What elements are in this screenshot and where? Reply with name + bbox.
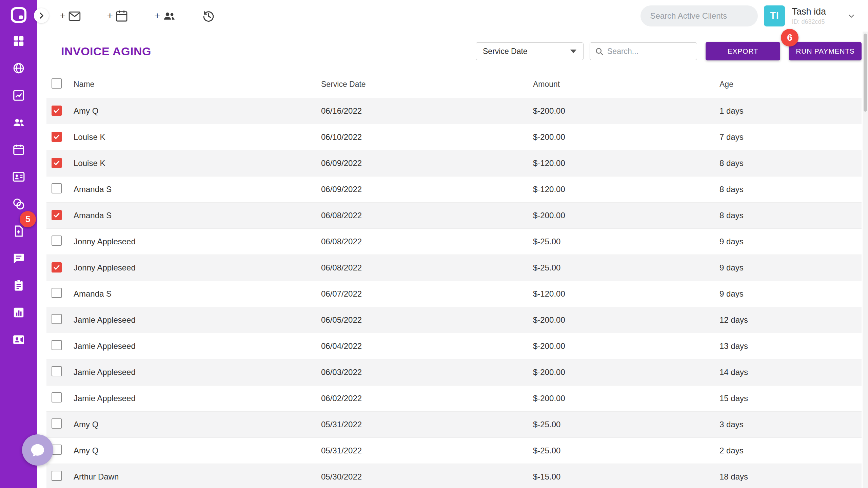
calendar-icon — [115, 9, 129, 23]
table-row: Jamie Appleseed 06/05/2022 $-200.00 12 d… — [46, 307, 862, 333]
row-service-date: 06/10/2022 — [316, 132, 528, 142]
row-age: 7 days — [714, 132, 862, 142]
plus-icon: + — [107, 11, 113, 21]
row-name: Arthur Dawn — [68, 472, 316, 482]
row-checkbox[interactable] — [52, 471, 62, 481]
dashboard-icon — [12, 35, 25, 48]
table-row: Amanda S 06/07/2022 $-120.00 9 days — [46, 281, 862, 307]
topbar-right: TI Tash ida ID: d632cd5 — [640, 5, 856, 26]
row-checkbox[interactable] — [52, 314, 62, 324]
row-name: Amy Q — [68, 420, 316, 429]
run-payments-button[interactable]: RUN PAYMENTS — [789, 42, 862, 60]
row-age: 8 days — [714, 211, 862, 220]
row-name: Jamie Appleseed — [68, 341, 316, 351]
column-header-service-date: Service Date — [316, 80, 528, 89]
row-checkbox[interactable] — [52, 183, 62, 193]
user-avatar[interactable]: TI — [764, 5, 785, 26]
scrollbar-thumb[interactable] — [864, 34, 867, 112]
user-id: ID: d632cd5 — [792, 18, 826, 25]
sidebar-notification-badge[interactable]: 5 — [20, 211, 36, 227]
sidebar-item-tasks[interactable] — [12, 279, 25, 292]
new-client-button[interactable]: + — [154, 9, 176, 23]
table-row: Amy Q 05/31/2022 $-25.00 2 days — [46, 438, 862, 464]
check-icon — [53, 159, 60, 167]
row-checkbox[interactable] — [52, 366, 62, 376]
row-name: Amanda S — [68, 289, 316, 299]
check-icon — [53, 133, 60, 140]
table-search-input[interactable] — [607, 46, 692, 56]
history-button[interactable] — [202, 9, 215, 23]
sidebar-item-clients[interactable] — [12, 116, 25, 129]
row-service-date: 06/04/2022 — [316, 341, 528, 351]
row-checkbox[interactable] — [52, 418, 62, 429]
sidebar-item-payments[interactable] — [12, 198, 25, 210]
app-logo[interactable] — [9, 5, 28, 24]
sidebar-item-dashboard[interactable] — [12, 35, 25, 48]
client-search-input[interactable] — [649, 11, 749, 21]
row-checkbox[interactable] — [52, 106, 62, 116]
row-service-date: 05/31/2022 — [316, 420, 528, 429]
sidebar-item-new-note[interactable] — [12, 225, 25, 238]
sidebar-item-messages[interactable] — [12, 252, 25, 265]
sidebar-nav — [12, 35, 25, 346]
coins-icon — [12, 198, 25, 210]
row-checkbox[interactable] — [52, 158, 62, 168]
video-contact-icon — [12, 333, 25, 346]
row-checkbox[interactable] — [52, 340, 62, 350]
note-add-icon — [12, 225, 25, 238]
sidebar-expand-button[interactable] — [34, 8, 49, 23]
sidebar-item-community[interactable] — [12, 62, 25, 75]
invoice-table-body: Amy Q 06/16/2022 $-200.00 1 days Louise … — [46, 98, 862, 488]
help-chat-button[interactable] — [22, 434, 53, 466]
row-service-date: 05/31/2022 — [316, 446, 528, 455]
row-age: 18 days — [714, 472, 862, 482]
select-all-checkbox[interactable] — [52, 78, 62, 89]
sidebar-item-telehealth[interactable] — [12, 333, 25, 346]
row-amount: $-25.00 — [528, 446, 714, 455]
row-name: Amy Q — [68, 446, 316, 455]
row-service-date: 06/07/2022 — [316, 289, 528, 299]
chat-bubble-icon — [30, 442, 45, 458]
row-age: 13 days — [714, 341, 862, 351]
sidebar-item-calendar[interactable] — [12, 143, 25, 156]
row-amount: $-120.00 — [528, 289, 714, 299]
scrollbar[interactable] — [863, 32, 868, 488]
row-service-date: 06/09/2022 — [316, 185, 528, 194]
row-checkbox[interactable] — [52, 288, 62, 298]
main-area: + + + — [37, 0, 868, 488]
row-name: Louise K — [68, 132, 316, 142]
row-checkbox[interactable] — [52, 132, 62, 142]
row-name: Jamie Appleseed — [68, 315, 316, 325]
row-amount: $-120.00 — [528, 158, 714, 168]
row-service-date: 06/08/2022 — [316, 263, 528, 273]
date-filter-select[interactable]: Service Date — [476, 42, 584, 60]
new-message-button[interactable]: + — [60, 9, 81, 23]
sidebar-item-reports[interactable] — [12, 306, 25, 319]
sidebar-item-contacts[interactable] — [12, 170, 25, 183]
page-title: INVOICE AGING — [61, 45, 151, 58]
quick-actions: + + + — [60, 9, 215, 23]
export-button[interactable]: EXPORT — [706, 42, 780, 60]
table-search[interactable] — [590, 42, 697, 60]
row-name: Amy Q — [68, 106, 316, 116]
row-amount: $-200.00 — [528, 394, 714, 403]
logo-icon — [9, 5, 28, 24]
new-appointment-button[interactable]: + — [107, 9, 129, 23]
table-row: Louise K 06/10/2022 $-200.00 7 days — [46, 124, 862, 150]
page-header: INVOICE AGING Service Date EXPORT RUN PA… — [46, 32, 862, 71]
chevron-down-icon — [847, 12, 856, 20]
row-checkbox[interactable] — [52, 210, 62, 220]
row-amount: $-25.00 — [528, 237, 714, 246]
row-checkbox[interactable] — [52, 236, 62, 246]
row-checkbox[interactable] — [52, 262, 62, 273]
table-row: Jamie Appleseed 06/02/2022 $-200.00 15 d… — [46, 386, 862, 412]
table-row: Arthur Dawn 05/30/2022 $-15.00 18 days — [46, 464, 862, 488]
table-row: Amanda S 06/09/2022 $-120.00 8 days — [46, 176, 862, 203]
column-header-amount: Amount — [528, 80, 714, 89]
sidebar-item-growth[interactable] — [12, 89, 25, 102]
client-search[interactable] — [640, 5, 758, 26]
row-checkbox[interactable] — [52, 392, 62, 402]
user-menu-button[interactable] — [847, 12, 856, 20]
row-amount: $-120.00 — [528, 185, 714, 194]
row-service-date: 06/16/2022 — [316, 106, 528, 116]
